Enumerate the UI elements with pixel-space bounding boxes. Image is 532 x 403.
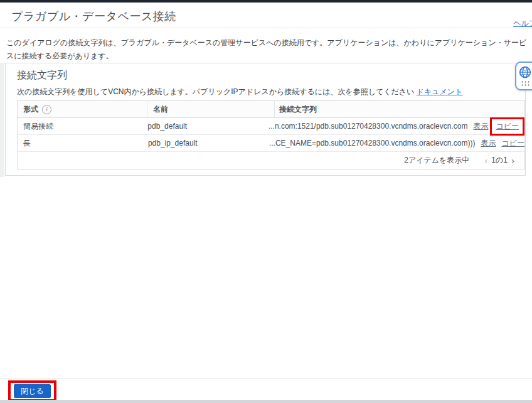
drag-dots-icon[interactable]: [521, 80, 530, 87]
show-link[interactable]: 表示: [473, 121, 488, 132]
cell-connection-string: ...n.com:1521/pdb.sub01270428300.vcndms.…: [264, 117, 524, 136]
table-footer: 2アイテムを表示中 ‹ 1の1 ›: [18, 152, 524, 169]
close-button[interactable]: 閉じる: [14, 384, 51, 398]
pagination: ‹ 1の1 ›: [481, 155, 518, 166]
description-line-1: このダイアログの接続文字列は、プラガブル・データベースの管理サービスへの接続用で…: [6, 36, 532, 63]
chevron-right-icon[interactable]: ›: [508, 156, 518, 165]
items-count-label: 2アイテムを表示中: [404, 155, 469, 166]
table-row: 簡易接続 pdb_default ...n.com:1521/pdb.sub01…: [18, 118, 524, 135]
table-header-row: 形式 i 名前 接続文字列: [18, 101, 524, 118]
column-header-format-label: 形式: [23, 101, 38, 118]
chevron-left-icon[interactable]: ‹: [481, 156, 491, 165]
connection-strings-panel: 接続文字列 次の接続文字列を使用してVCN内から接続します。パブリックIPアドレ…: [5, 63, 526, 176]
connection-strings-table: 形式 i 名前 接続文字列 簡易接続 pdb_default ...n.com:…: [17, 100, 525, 169]
copy-link[interactable]: コピー: [501, 138, 524, 149]
help-link[interactable]: ヘルプ: [513, 18, 532, 29]
copy-link[interactable]: コピー: [496, 121, 519, 132]
cell-connection-string: ...CE_NAME=pdb.sub01270428300.vcndms.ora…: [265, 138, 524, 149]
column-header-connection-string: 接続文字列: [275, 104, 524, 115]
page-indicator: 1の1: [491, 155, 508, 166]
panel-subtitle: 次の接続文字列を使用してVCN内から接続します。パブリックIPアドレスから接続す…: [17, 87, 462, 97]
connection-string-value: ...n.com:1521/pdb.sub01270428300.vcndms.…: [269, 122, 468, 131]
dialog-body-empty-area: [0, 177, 532, 379]
table-row: 長 pdb_ip_default ...CE_NAME=pdb.sub01270…: [18, 135, 524, 152]
cell-name: pdb_default: [142, 118, 264, 135]
left-gutter: [0, 63, 4, 177]
column-header-format: 形式 i: [18, 101, 147, 118]
globe-icon: [519, 66, 531, 78]
dialog-header: プラガブル・データベース接続 ヘルプ: [0, 3, 532, 28]
cell-format: 簡易接続: [18, 118, 142, 135]
panel-title: 接続文字列: [17, 69, 67, 82]
show-link[interactable]: 表示: [481, 138, 496, 149]
page-title: プラガブル・データベース接続: [11, 9, 176, 24]
column-header-name: 名前: [147, 101, 275, 118]
browser-extension-widget[interactable]: [515, 62, 532, 90]
connection-string-value: ...CE_NAME=pdb.sub01270428300.vcndms.ora…: [269, 139, 476, 148]
panel-subtitle-text: 次の接続文字列を使用してVCN内から接続します。パブリックIPアドレスから接続す…: [17, 87, 417, 96]
cell-name: pdb_ip_default: [142, 135, 265, 152]
bottom-strip: [0, 400, 532, 403]
cell-format: 長: [18, 135, 142, 152]
info-icon[interactable]: i: [42, 105, 51, 114]
dialog-footer: 閉じる: [0, 379, 532, 400]
panel-documentation-link[interactable]: ドキュメント: [417, 87, 463, 96]
annotation-highlight-close: 閉じる: [8, 380, 56, 402]
annotation-highlight-copy: コピー: [490, 117, 524, 136]
